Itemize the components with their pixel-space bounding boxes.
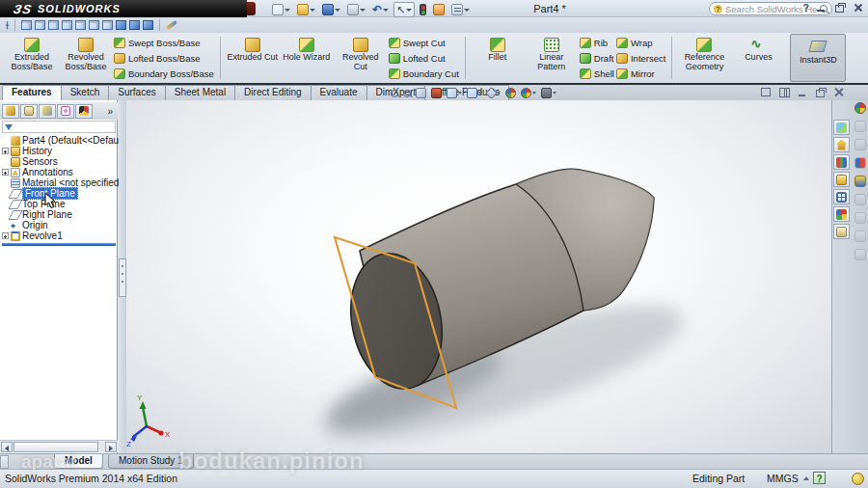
view-back-icon[interactable] <box>35 20 45 30</box>
extruded-boss-base-button[interactable]: Extruded Boss/Base <box>6 35 58 81</box>
view-trimetric-icon[interactable] <box>129 20 140 30</box>
expand-plus-icon[interactable] <box>2 232 9 239</box>
tab-sketch[interactable]: Sketch <box>61 85 110 100</box>
swept-boss-base-button[interactable]: Swept Boss/Base <box>114 36 214 49</box>
revolved-cut-button[interactable]: Revolved Cut <box>335 35 387 81</box>
view-front-icon[interactable] <box>21 20 32 30</box>
doc-window-cascade-icon[interactable] <box>778 87 790 97</box>
tab-sheet-metal[interactable]: Sheet Metal <box>165 85 235 100</box>
tree-item-front-plane[interactable]: Front Plane <box>0 188 118 199</box>
view-palette-tab[interactable] <box>833 189 850 204</box>
boundary-boss-base-button[interactable]: Boundary Boss/Base <box>114 67 214 80</box>
axis-icon[interactable]: ⟊ <box>6 19 9 31</box>
curves-button[interactable]: ∿ Curves <box>732 35 784 81</box>
expand-plus-icon[interactable] <box>2 148 9 154</box>
tree-filter-field[interactable] <box>2 121 116 133</box>
scroll-left-arrow[interactable] <box>1 442 13 452</box>
quick-tips-button[interactable]: ? <box>813 472 826 484</box>
model-canvas[interactable]: Y X Z <box>126 100 831 453</box>
revolved-boss-base-button[interactable]: Revolved Boss/Base <box>60 35 112 81</box>
rebuild-button[interactable] <box>418 3 428 16</box>
select-button[interactable]: ↖ <box>393 2 415 17</box>
wrap-button[interactable]: Wrap <box>616 36 665 49</box>
linear-pattern-button[interactable]: Linear Pattern <box>526 35 578 81</box>
appearances-tab[interactable] <box>833 206 850 222</box>
displaymanager-tab[interactable] <box>75 104 93 119</box>
lofted-cut-button[interactable]: Lofted Cut <box>389 51 459 65</box>
apply-scene-button[interactable] <box>541 88 556 98</box>
tab-model[interactable]: Model <box>54 454 103 469</box>
appearances-ball-icon[interactable] <box>854 102 866 114</box>
view-normal-icon[interactable] <box>102 20 113 30</box>
lofted-boss-base-button[interactable]: Lofted Boss/Base <box>114 51 214 65</box>
doc-minimize-button[interactable] <box>797 87 808 97</box>
display-style-button[interactable] <box>467 88 482 98</box>
tab-features[interactable]: Features <box>2 85 62 100</box>
help-button[interactable]: ? <box>802 2 809 14</box>
scroll-right-arrow[interactable] <box>105 442 117 452</box>
intersect-button[interactable]: Intersect <box>616 51 665 65</box>
doc-close-button[interactable] <box>833 87 845 97</box>
scrollbar-thumb[interactable] <box>14 442 98 452</box>
bottom-splitter-handle[interactable] <box>0 455 9 469</box>
configurationmanager-tab[interactable] <box>39 104 56 119</box>
view-right-icon[interactable] <box>62 20 72 30</box>
options-button[interactable] <box>449 3 472 16</box>
print-button[interactable] <box>345 3 367 16</box>
minimize-button[interactable] <box>815 2 827 14</box>
panel-splitter[interactable] <box>119 100 126 453</box>
doc-window-tile-icon[interactable] <box>760 87 772 97</box>
rib-button[interactable]: Rib <box>580 36 614 49</box>
fillet-button[interactable]: Fillet <box>472 35 524 81</box>
tree-item-origin[interactable]: ⌖ Origin <box>0 220 118 230</box>
forum-tab[interactable] <box>833 120 850 135</box>
shell-button[interactable]: Shell <box>580 67 614 80</box>
hide-show-button[interactable] <box>487 89 501 97</box>
units-selector[interactable]: MMGS <box>767 473 809 484</box>
rollback-bar[interactable] <box>2 243 116 246</box>
scene-box-icon[interactable] <box>854 176 866 187</box>
hole-wizard-button[interactable]: Hole Wizard <box>281 35 333 81</box>
instant3d-button-pressed[interactable]: Instant3D <box>790 34 846 82</box>
view-left-icon[interactable] <box>48 20 59 30</box>
view-dimetric-icon[interactable] <box>143 20 153 30</box>
view-top-icon[interactable] <box>75 20 86 30</box>
tab-motion-study[interactable]: Motion Study 1 <box>108 454 194 469</box>
tree-item-top-plane[interactable]: Top Plane <box>0 199 118 209</box>
close-button[interactable] <box>852 2 864 14</box>
tab-direct-editing[interactable]: Direct Editing <box>234 85 311 100</box>
mirror-button[interactable]: Mirror <box>616 67 665 80</box>
file-properties-button[interactable] <box>431 3 447 16</box>
featuremanager-tab[interactable] <box>2 104 19 119</box>
doc-restore-button[interactable] <box>815 87 827 97</box>
tree-horizontal-scrollbar[interactable] <box>0 440 118 452</box>
undo-button[interactable]: ↶ <box>370 3 391 16</box>
restore-button[interactable] <box>833 2 846 14</box>
graphics-viewport[interactable]: Y X Z <box>126 100 831 453</box>
tree-item-revolve1[interactable]: Revolve1 <box>0 230 118 241</box>
zoom-area-button[interactable] <box>403 90 411 97</box>
save-button[interactable] <box>320 3 342 16</box>
appearance-target-button[interactable] <box>521 88 536 98</box>
appearance-apply-icon[interactable] <box>854 157 866 169</box>
design-library-tab[interactable] <box>833 154 850 170</box>
tab-evaluate[interactable]: Evaluate <box>311 85 367 100</box>
tab-surfaces[interactable]: Surfaces <box>108 85 165 100</box>
splitter-handle[interactable] <box>119 258 126 297</box>
tree-item-history[interactable]: History <box>0 146 118 156</box>
tree-item-right-plane[interactable]: Right Plane <box>0 209 118 220</box>
expand-plus-icon[interactable] <box>2 169 9 176</box>
tree-item-sensors[interactable]: Sensors <box>0 156 118 167</box>
dimxpertmanager-tab[interactable] <box>57 104 74 119</box>
propertymanager-tab[interactable] <box>20 104 38 119</box>
reference-geometry-button[interactable]: Reference Geometry <box>678 35 730 81</box>
tree-item-annotations[interactable]: A Annotations <box>0 167 118 177</box>
filter-wand-button[interactable] <box>416 88 426 98</box>
view-orientation-button[interactable] <box>447 88 462 98</box>
tabstrip-overflow-chevron[interactable]: » <box>107 106 116 117</box>
swept-cut-button[interactable]: Swept Cut <box>389 36 459 49</box>
boundary-cut-button[interactable]: Boundary Cut <box>389 67 459 80</box>
section-view-button[interactable] <box>431 88 442 98</box>
menu-expand-tab[interactable] <box>247 2 256 15</box>
open-button[interactable] <box>295 3 317 16</box>
